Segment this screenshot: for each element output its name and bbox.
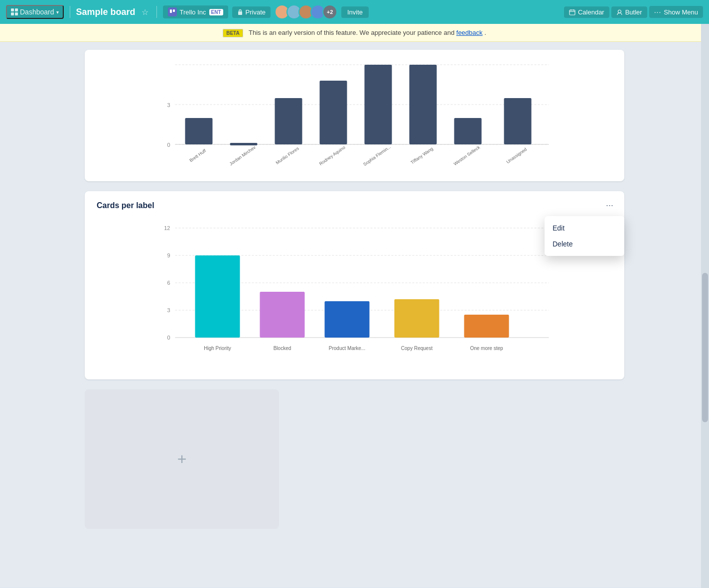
dots-icon: ··· <box>654 8 662 16</box>
header-divider-1 <box>70 6 70 18</box>
dashboard-button[interactable]: Dashboard ▾ <box>6 5 64 19</box>
add-widget-placeholder[interactable]: + <box>85 389 279 529</box>
svg-text:Weston Selleck: Weston Selleck <box>453 144 481 166</box>
context-menu: Edit Delete <box>545 216 624 256</box>
svg-rect-50 <box>395 299 439 338</box>
svg-text:Product Marke...: Product Marke... <box>329 346 365 351</box>
cards-per-member-chart: 0 3 Brett Huff Jordan Mirchev Murilio Fl… <box>97 60 612 174</box>
app-header: Dashboard ▾ Sample board ☆ Trello Inc EN… <box>0 0 709 24</box>
svg-text:Unassigned: Unassigned <box>505 147 528 164</box>
svg-rect-46 <box>260 292 305 338</box>
svg-rect-18 <box>185 118 213 144</box>
invite-button[interactable]: Invite <box>341 6 369 18</box>
main-content: 0 3 Brett Huff Jordan Mirchev Murilio Fl… <box>0 42 709 587</box>
svg-rect-44 <box>195 255 240 338</box>
trello-logo-icon <box>169 9 175 15</box>
svg-rect-2 <box>11 12 14 15</box>
svg-point-11 <box>618 10 621 13</box>
svg-text:3: 3 <box>167 307 170 313</box>
star-button[interactable]: ☆ <box>140 5 150 19</box>
svg-text:6: 6 <box>167 280 170 286</box>
cards-per-label-chart-svg: 0 3 6 9 12 High Priority Blocked Product… <box>97 218 612 367</box>
svg-text:High Priority: High Priority <box>204 346 231 351</box>
calendar-label: Calendar <box>578 8 604 16</box>
svg-rect-30 <box>454 118 482 144</box>
avatar-extra[interactable]: +2 <box>322 4 337 19</box>
svg-text:Sophia Flemin...: Sophia Flemin... <box>362 144 392 167</box>
more-options-button[interactable]: ··· <box>603 199 616 212</box>
org-name: Trello Inc <box>180 8 206 16</box>
board-title: Sample board <box>76 7 136 17</box>
plus-icon: + <box>177 450 187 469</box>
butler-label: Butler <box>625 8 642 16</box>
member-avatars: +2 <box>275 4 337 19</box>
cards-per-label-title: Cards per label <box>97 201 612 210</box>
svg-text:3: 3 <box>167 102 170 108</box>
header-right-actions: Calendar Butler ··· Show Menu <box>564 6 703 18</box>
svg-rect-3 <box>15 12 18 15</box>
svg-rect-28 <box>410 65 437 144</box>
svg-rect-32 <box>504 98 532 144</box>
lock-icon <box>237 9 243 15</box>
edit-menu-item[interactable]: Edit <box>545 220 624 236</box>
svg-text:0: 0 <box>167 335 170 341</box>
svg-text:0: 0 <box>167 142 170 148</box>
svg-text:9: 9 <box>167 252 170 258</box>
svg-text:Copy Request: Copy Request <box>401 346 433 351</box>
show-menu-label: Show Menu <box>664 8 698 16</box>
calendar-icon <box>569 9 575 15</box>
scrollbar-thumb[interactable] <box>702 273 708 422</box>
header-divider-2 <box>156 6 157 18</box>
show-menu-button[interactable]: ··· Show Menu <box>649 6 703 18</box>
delete-menu-item[interactable]: Delete <box>545 236 624 252</box>
cards-per-label-card: Cards per label ··· Edit Delete 0 3 6 9 … <box>85 191 624 379</box>
feedback-link[interactable]: feedback <box>456 29 483 36</box>
cards-per-member-card: 0 3 Brett Huff Jordan Mirchev Murilio Fl… <box>85 50 624 181</box>
org-badge[interactable]: Trello Inc ENT <box>163 5 228 18</box>
svg-rect-5 <box>173 9 175 12</box>
svg-text:Jordan Mirchev: Jordan Mirchev <box>229 145 257 167</box>
svg-text:Murilio Flores: Murilio Flores <box>275 146 300 165</box>
svg-rect-6 <box>238 11 242 15</box>
beta-banner: BETA This is an early version of this fe… <box>0 24 709 42</box>
svg-text:One more step: One more step <box>470 346 503 351</box>
svg-rect-26 <box>365 65 392 144</box>
scrollbar-track[interactable] <box>701 24 709 587</box>
beta-tag: BETA <box>223 29 243 37</box>
svg-rect-0 <box>11 8 14 11</box>
svg-text:12: 12 <box>164 225 170 231</box>
private-button[interactable]: Private <box>232 6 271 18</box>
svg-rect-7 <box>569 10 575 15</box>
calendar-button[interactable]: Calendar <box>564 6 609 18</box>
butler-button[interactable]: Butler <box>611 6 647 18</box>
svg-rect-52 <box>464 315 509 338</box>
beta-message: This is an early version of this feature… <box>249 29 456 36</box>
svg-text:Rodney Aquino: Rodney Aquino <box>318 145 346 166</box>
svg-rect-1 <box>15 8 18 11</box>
svg-text:Brett Huff: Brett Huff <box>188 148 207 163</box>
chevron-down-icon: ▾ <box>56 9 59 15</box>
beta-period: . <box>484 29 486 36</box>
dashboard-icon <box>11 8 18 15</box>
svg-rect-4 <box>170 9 172 13</box>
svg-text:Tiffany Wang: Tiffany Wang <box>410 146 434 165</box>
svg-rect-48 <box>325 301 370 338</box>
ent-badge: ENT <box>209 9 223 15</box>
butler-icon <box>616 9 623 15</box>
private-label: Private <box>246 8 266 16</box>
org-logo <box>168 7 177 16</box>
svg-rect-22 <box>275 98 302 144</box>
svg-rect-24 <box>320 81 347 144</box>
svg-text:Blocked: Blocked <box>274 346 291 351</box>
dashboard-label: Dashboard <box>20 8 54 16</box>
